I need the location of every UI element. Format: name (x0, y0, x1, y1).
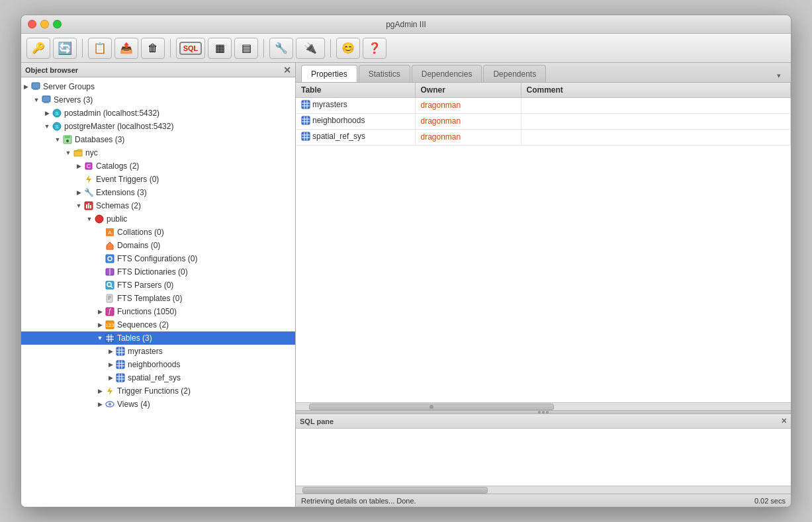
sidebar-close-button[interactable]: ✕ (283, 65, 291, 75)
tree-arrow-extensions[interactable]: ▶ (74, 189, 83, 196)
tree-item-myrasters[interactable]: ▶myrasters (21, 345, 295, 358)
tree-item-neighborhoods[interactable]: ▶neighborhoods (21, 358, 295, 371)
sidebar-title: Object browser (25, 66, 78, 74)
tree-item-event-triggers[interactable]: Event Triggers (0) (21, 173, 295, 186)
tree-arrow-nyc[interactable]: ▼ (64, 150, 73, 156)
table-view-button[interactable]: ▦ (208, 38, 232, 59)
tree-icon-collations: A (105, 227, 115, 238)
tree-item-sequences[interactable]: ▶123Sequences (2) (21, 318, 295, 331)
sql-pane-close[interactable]: ✕ (781, 417, 787, 425)
tab-properties[interactable]: Properties (301, 65, 357, 82)
table-row[interactable]: myrastersdragonman (296, 97, 791, 113)
tree-item-fts-dictionaries[interactable]: FTS Dictionaries (0) (21, 265, 295, 279)
tree-arrow-postgremaster[interactable]: ▼ (42, 123, 52, 130)
plugin-icon: 🔌 (304, 42, 317, 54)
tree-item-public[interactable]: ▼public (21, 212, 295, 226)
tree-item-databases[interactable]: ▼Databases (3) (21, 133, 295, 146)
tree-arrow-public[interactable]: ▼ (85, 216, 94, 222)
cell-comment (521, 113, 791, 129)
properties-button[interactable]: 🔑 (26, 38, 50, 59)
delete-button[interactable]: 🗑 (141, 38, 165, 59)
tree-item-tables[interactable]: ▼Tables (3) (21, 331, 295, 345)
tree-arrow-postadmin[interactable]: ▶ (42, 110, 52, 116)
plugin-button[interactable]: 🔌 (296, 38, 325, 59)
tree-label-postgremaster: postgreMaster (localhost:5432) (64, 122, 293, 131)
view-data-button[interactable]: ▤ (234, 38, 258, 59)
tree-item-trigger-functions[interactable]: ▶Trigger Functions (2) (21, 384, 295, 398)
sql-button[interactable]: SQL (176, 38, 205, 59)
tab-scroll-right[interactable]: ▾ (772, 69, 786, 82)
scrollbar-thumb[interactable] (309, 404, 554, 410)
delete-icon: 🗑 (148, 42, 158, 54)
tree-icon-servers (41, 95, 52, 105)
svg-rect-4 (44, 102, 48, 103)
tree-item-servers[interactable]: ▼Servers (3) (21, 93, 295, 107)
tree-arrow-catalogs[interactable]: ▶ (74, 163, 83, 169)
tree-item-fts-configs[interactable]: FTS Configurations (0) (21, 252, 295, 265)
table-row[interactable]: neighborhoodsdragonman (296, 113, 791, 129)
tree-item-postadmin[interactable]: ▶Spostadmin (localhost:5432) (21, 107, 295, 120)
tree-item-functions[interactable]: ▶ƒFunctions (1050) (21, 305, 295, 318)
tree-label-sequences: Sequences (2) (117, 320, 293, 329)
svg-rect-30 (107, 294, 113, 302)
tree-arrow-tables[interactable]: ▼ (95, 335, 105, 341)
tree-item-postgremaster[interactable]: ▼SpostgreMaster (localhost:5432) (21, 120, 295, 133)
tree-arrow-servers[interactable]: ▼ (32, 97, 41, 103)
tab-statistics[interactable]: Statistics (359, 65, 410, 82)
tree-arrow-server-groups[interactable]: ▶ (21, 83, 30, 90)
svg-rect-5 (44, 103, 49, 103)
table-scroll-area[interactable]: Table Owner Comment myrastersdragonmanne… (296, 83, 791, 402)
face-icon: 😊 (341, 42, 355, 54)
maximize-button[interactable] (53, 20, 62, 28)
tree-item-catalogs[interactable]: ▶CCatalogs (2) (21, 159, 295, 173)
tree-arrow-neighborhoods[interactable]: ▶ (106, 361, 115, 368)
refresh-button[interactable]: 🔄 (53, 38, 77, 59)
face-button[interactable]: 😊 (336, 38, 360, 59)
sql-pane-scrollbar[interactable] (296, 486, 791, 494)
horizontal-scrollbar[interactable] (296, 402, 791, 410)
tree-arrow-schemas[interactable]: ▼ (74, 202, 83, 209)
tree-item-schemas[interactable]: ▼Schemas (2) (21, 199, 295, 212)
tab-dependencies[interactable]: Dependencies (412, 65, 482, 82)
tree-item-collations[interactable]: ACollations (0) (21, 226, 295, 239)
help-button[interactable]: ❓ (363, 38, 386, 59)
minimize-button[interactable] (40, 20, 49, 28)
tree-item-nyc[interactable]: ▼nyc (21, 146, 295, 159)
tree-item-fts-parsers[interactable]: FTS Parsers (0) (21, 279, 295, 292)
browse-button[interactable]: 📋 (88, 38, 112, 59)
cell-owner: dragonman (415, 97, 521, 113)
export-button[interactable]: 📤 (114, 38, 138, 59)
tree-arrow-functions[interactable]: ▶ (95, 308, 105, 315)
sql-scrollbar-thumb[interactable] (302, 487, 488, 494)
tree-item-domains[interactable]: Domains (0) (21, 239, 295, 252)
cell-owner: dragonman (415, 129, 521, 145)
export-icon: 📤 (120, 42, 133, 54)
tree-label-nyc: nyc (85, 148, 293, 157)
tree-item-extensions[interactable]: ▶🔧Extensions (3) (21, 186, 295, 199)
tree-label-fts-configs: FTS Configurations (0) (117, 254, 293, 263)
sql-pane: SQL pane ✕ (296, 414, 791, 494)
tree-container[interactable]: ▶Server Groups▼Servers (3)▶Spostadmin (l… (21, 77, 295, 507)
tree-item-views[interactable]: ▶Views (4) (21, 398, 295, 411)
table-row[interactable]: spatial_ref_sysdragonman (296, 129, 791, 145)
tree-item-spatial_ref_sys[interactable]: ▶spatial_ref_sys (21, 371, 295, 384)
tree-icon-spatial_ref_sys (115, 372, 126, 383)
tab-dependents[interactable]: Dependents (483, 65, 546, 82)
tree-arrow-trigger-functions[interactable]: ▶ (95, 388, 105, 394)
tree-item-fts-templates[interactable]: FTS Templates (0) (21, 292, 295, 305)
svg-rect-0 (32, 83, 40, 89)
svg-text:A: A (108, 230, 112, 236)
tree-icon-fts-templates (105, 293, 115, 304)
tree-icon-fts-parsers (105, 280, 115, 290)
tree-arrow-databases[interactable]: ▼ (53, 136, 62, 143)
close-button[interactable] (28, 20, 36, 28)
svg-point-20 (95, 215, 103, 223)
tree-arrow-spatial_ref_sys[interactable]: ▶ (106, 374, 115, 381)
svg-rect-66 (302, 116, 310, 124)
tree-arrow-views[interactable]: ▶ (95, 401, 105, 408)
tree-item-server-groups[interactable]: ▶Server Groups (21, 80, 295, 93)
tree-arrow-sequences[interactable]: ▶ (95, 322, 105, 328)
tree-arrow-myrasters[interactable]: ▶ (106, 348, 115, 355)
sql-content[interactable] (296, 429, 791, 486)
config-button[interactable]: 🔧 (269, 38, 293, 59)
